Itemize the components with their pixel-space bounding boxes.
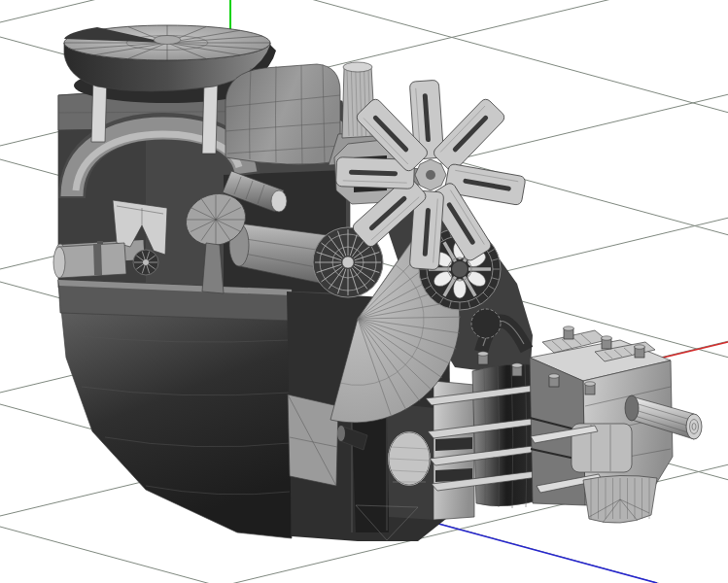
disc-stem: [202, 243, 224, 293]
bolt-cap: [564, 326, 574, 330]
flywheel-hole: [454, 279, 467, 298]
bolt-cap: [602, 336, 612, 340]
bolt-cap: [585, 382, 596, 386]
bolt-boss: [512, 363, 523, 376]
alternator-cap: [271, 190, 287, 212]
fan-blade: [432, 97, 506, 173]
starter-band: [93, 244, 102, 275]
bolt-cap: [478, 352, 489, 356]
under-pan: [583, 475, 657, 523]
engine-assembly[interactable]: [53, 25, 702, 541]
bolt-boss: [478, 352, 489, 364]
bolt-cap: [512, 363, 523, 367]
bolt-boss: [585, 382, 596, 394]
starter-cap: [53, 247, 65, 278]
valve-cover: [225, 64, 340, 164]
viewport-3d[interactable]: [0, 0, 728, 583]
cooling-fan: [336, 80, 527, 270]
starter-motor: [53, 243, 126, 278]
bolt-boss: [564, 326, 574, 339]
bolt-boss: [549, 374, 560, 387]
viewport-canvas: [0, 0, 728, 583]
bolt-boss: [602, 336, 612, 349]
pulley-hub: [342, 257, 354, 268]
idler-gear: [471, 309, 501, 338]
starter-body: [58, 243, 126, 278]
shaft-end-cap: [686, 414, 702, 439]
fan-hub-center: [426, 170, 435, 180]
stack-cap: [343, 62, 372, 72]
bolt-cap: [549, 374, 560, 378]
stub-cap: [337, 426, 345, 441]
air-cleaner-cap: [154, 36, 181, 45]
shaft-collar: [625, 395, 639, 421]
post: [202, 82, 218, 154]
bolt-cap: [635, 345, 645, 349]
bracket-pulley-hub: [143, 259, 149, 265]
fan-hub: [415, 159, 446, 190]
notch-slot: [435, 437, 472, 451]
flywheel-hub: [452, 261, 468, 277]
mid-light-face: [288, 394, 338, 486]
grid-line: [0, 0, 728, 22]
bolt-boss: [635, 345, 645, 358]
oil-pan: [58, 280, 292, 538]
